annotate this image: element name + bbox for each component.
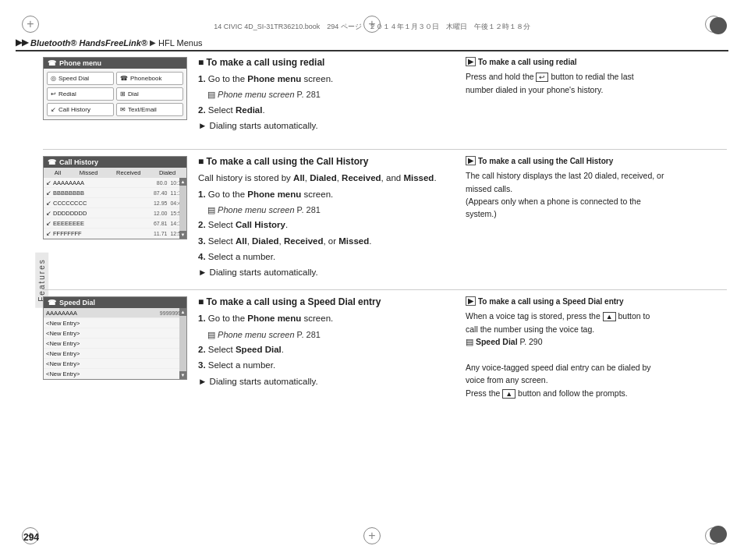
speed-row-4[interactable]: <New Entry> bbox=[44, 338, 186, 349]
print-info: 14 CIVIC 4D_SI-31TR36210.book 294 ページ ２０… bbox=[214, 22, 530, 32]
history-row-3[interactable]: ↙ CCCCCCCC 12.95 04:47 bbox=[44, 198, 186, 208]
speed-row-5[interactable]: <New Entry> bbox=[44, 349, 186, 359]
tab-missed[interactable]: Missed bbox=[80, 169, 98, 176]
textemail-label: Text/Email bbox=[128, 106, 157, 113]
speeddial-auto: ► Dialing starts automatically. bbox=[198, 375, 448, 388]
header-arrows: ▶▶ bbox=[16, 37, 28, 48]
callhistory-info-icon: ▶ bbox=[466, 156, 476, 165]
redial-instructions: ■ To make a call using redial 1. Go to t… bbox=[198, 57, 448, 135]
speed-row-2[interactable]: <New Entry> bbox=[44, 318, 186, 328]
redial-step1: 1. Go to the Phone menu screen. bbox=[198, 73, 448, 86]
redial-label: Redial bbox=[58, 90, 76, 97]
callhistory-icon: ↙ bbox=[51, 106, 56, 113]
redial-info-text: Press and hold the ↩ button to redial th… bbox=[466, 70, 727, 96]
speeddial-info-text: When a voice tag is stored, press the ▲ … bbox=[466, 310, 727, 399]
redial-info-title-text: To make a call using redial bbox=[478, 58, 577, 66]
header-brand: Bluetooth® HandsFreeLink® bbox=[30, 38, 147, 48]
callhistory-title: ■ To make a call using the Call History bbox=[198, 156, 448, 167]
speed-dial-screen: ☎ Speed Dial AAAAAAAA 99999999 <New Entr… bbox=[43, 296, 187, 380]
menu-item-dial[interactable]: ⊞ Dial bbox=[116, 87, 183, 101]
scroll-down[interactable]: ▼ bbox=[179, 231, 186, 239]
page-number: 294 bbox=[23, 532, 39, 543]
speed-row-6[interactable]: <New Entry> bbox=[44, 359, 186, 369]
callhistory-info: ▶ To make a call using the Call History … bbox=[456, 156, 727, 282]
callhistory-step2: 2. Select Call History. bbox=[198, 218, 448, 232]
history-row-1[interactable]: ↙ AAAAAAAA 80.0 10:11 bbox=[44, 178, 186, 188]
speeddial-instructions: ■ To make a call using a Speed Dial entr… bbox=[198, 296, 448, 391]
menu-item-speeddial[interactable]: ◎ Speed Dial bbox=[47, 72, 114, 85]
menu-item-phonebook[interactable]: ☎ Phonebook bbox=[116, 72, 183, 85]
history-row-4[interactable]: ↙ DDDDDDDD 12.00 15:56 bbox=[44, 208, 186, 218]
speed-row-3[interactable]: <New Entry> bbox=[44, 328, 186, 338]
call-history-title-text: Call History bbox=[59, 158, 98, 166]
redial-step2: 2. Select Redial. bbox=[198, 104, 448, 117]
menu-item-redial[interactable]: ↩ Redial bbox=[47, 87, 114, 101]
callhistory-step4: 4. Select a number. bbox=[198, 250, 448, 264]
speeddial-step3: 3. Select a number. bbox=[198, 359, 448, 372]
speeddial-step2: 2. Select Speed Dial. bbox=[198, 343, 448, 356]
speed-dial-title-text: Speed Dial bbox=[59, 299, 95, 307]
callhistory-info-text: The call history displays the last 20 di… bbox=[466, 169, 727, 220]
redial-info-icon: ▶ bbox=[466, 57, 476, 66]
speeddial-info: ▶ To make a call using a Speed Dial entr… bbox=[456, 296, 727, 406]
tab-received[interactable]: Received bbox=[116, 169, 140, 176]
call-history-tabs: All Missed Received Dialed bbox=[44, 168, 186, 178]
screen-title-1: ☎ Phone menu bbox=[44, 58, 186, 69]
redial-info-title: ▶ To make a call using redial bbox=[466, 57, 727, 66]
screen-icon-1: ☎ bbox=[48, 59, 56, 67]
tab-all[interactable]: All bbox=[55, 169, 61, 176]
callhistory-intro: Call history is stored by All, Dialed, R… bbox=[198, 172, 448, 185]
redial-info: ▶ To make a call using redial Press and … bbox=[456, 51, 727, 141]
callhistory-info-title-text: To make a call using the Call History bbox=[478, 157, 613, 165]
call-history-screen: ☎ Call History All Missed Received Diale… bbox=[43, 156, 187, 239]
menu-item-textemail[interactable]: ✉ Text/Email bbox=[116, 103, 183, 116]
header-separator: ▶ bbox=[150, 38, 156, 47]
callhistory-auto: ► Dialing starts automatically. bbox=[198, 266, 448, 279]
speed-dial-icon: ☎ bbox=[48, 299, 56, 307]
tab-dialed[interactable]: Dialed bbox=[159, 169, 175, 176]
solid-circle-bot-right bbox=[710, 526, 727, 543]
speeddial-step1-sub: ▤ Phone menu screen P. 281 bbox=[207, 328, 448, 342]
phone-menu-grid: ◎ Speed Dial ☎ Phonebook ↩ Redial ⊞ Dial bbox=[44, 69, 186, 119]
redial-step1-sub: ▤ Phone menu screen P. 281 bbox=[207, 88, 448, 101]
history-row-6[interactable]: ↙ FFFFFFFF 11.71 12:50 bbox=[44, 229, 186, 239]
screen-title-text-1: Phone menu bbox=[59, 59, 101, 67]
history-row-5[interactable]: ↙ EEEEEEEE 67.81 14:11 bbox=[44, 218, 186, 229]
phone-menu-screen-1: ☎ Phone menu ◎ Speed Dial ☎ Phonebook ↩ … bbox=[43, 57, 187, 120]
speeddial-title: ■ To make a call using a Speed Dial entr… bbox=[198, 296, 448, 307]
page-header: ▶▶ Bluetooth® HandsFreeLink® ▶ HFL Menus bbox=[16, 37, 728, 51]
callhistory-step1: 1. Go to the Phone menu screen. bbox=[198, 188, 448, 201]
history-row-2[interactable]: ↙ BBBBBBBB 87.40 11:12 bbox=[44, 188, 186, 198]
callhistory-step1-sub: ▤ Phone menu screen P. 281 bbox=[207, 204, 448, 217]
speeddial-scrollbar[interactable]: ▲ ▼ bbox=[179, 308, 186, 379]
phonebook-icon: ☎ bbox=[120, 75, 128, 82]
solid-circle-top-right bbox=[710, 17, 727, 34]
menu-item-callhistory[interactable]: ↙ Call History bbox=[47, 103, 114, 116]
callhistory-instructions: ■ To make a call using the Call History … bbox=[198, 156, 448, 282]
callhistory-step3: 3. Select All, Dialed, Received, or Miss… bbox=[198, 235, 448, 248]
call-history-icon: ☎ bbox=[48, 158, 56, 166]
call-history-list: ↙ AAAAAAAA 80.0 10:11 ↙ BBBBBBBB 87.40 1… bbox=[44, 178, 186, 239]
speeddial-step1: 1. Go to the Phone menu screen. bbox=[198, 312, 448, 325]
speed-row-7[interactable]: <New Entry> bbox=[44, 369, 186, 379]
textemail-icon: ✉ bbox=[120, 106, 126, 113]
dial-icon: ⊞ bbox=[120, 90, 126, 97]
scroll-up[interactable]: ▲ bbox=[179, 178, 186, 186]
callhistory-label: Call History bbox=[58, 106, 90, 113]
speed-scroll-down[interactable]: ▼ bbox=[179, 371, 186, 379]
redial-auto: ► Dialing starts automatically. bbox=[198, 119, 448, 133]
reg-mark-bot-mid bbox=[363, 527, 381, 544]
speeddial-info-icon: ▶ bbox=[466, 296, 476, 306]
call-history-screen-title: ☎ Call History bbox=[44, 157, 186, 168]
header-section: HFL Menus bbox=[158, 38, 202, 48]
speed-row-1[interactable]: AAAAAAAA 99999999 bbox=[44, 308, 186, 318]
callhistory-info-title: ▶ To make a call using the Call History bbox=[466, 156, 727, 165]
history-scrollbar[interactable]: ▲ ▼ bbox=[179, 178, 186, 239]
speeddial-icon: ◎ bbox=[51, 75, 56, 82]
redial-icon: ↩ bbox=[51, 90, 56, 97]
phonebook-label: Phonebook bbox=[130, 75, 161, 82]
reg-mark-top-left bbox=[22, 16, 39, 33]
speed-dial-screen-title: ☎ Speed Dial bbox=[44, 297, 186, 308]
speed-scroll-up[interactable]: ▲ bbox=[179, 308, 186, 316]
speeddial-info-title: ▶ To make a call using a Speed Dial entr… bbox=[466, 296, 727, 306]
